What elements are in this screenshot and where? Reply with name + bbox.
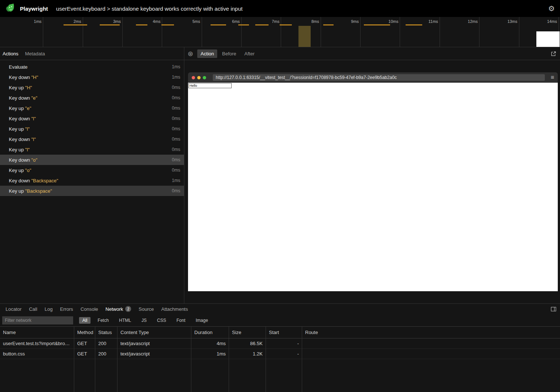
action-key: "l" xyxy=(31,137,36,142)
action-duration: 0ms xyxy=(172,126,180,131)
action-title: Key up "Backspace" xyxy=(9,188,52,194)
network-cell[interactable]: 200 xyxy=(95,349,117,359)
network-filter-bar: AllFetchHTMLJSCSSFontImage xyxy=(0,314,560,327)
filter-chip-html[interactable]: HTML xyxy=(116,317,134,324)
timeline-column: 12ms xyxy=(440,17,479,47)
settings-icon[interactable]: ⚙ xyxy=(548,5,555,12)
tab-log[interactable]: Log xyxy=(42,305,56,313)
network-cell[interactable]: GET xyxy=(74,338,95,349)
network-filler-cell xyxy=(0,359,74,392)
network-cell[interactable]: 1ms xyxy=(191,349,229,359)
network-cell[interactable]: - xyxy=(266,338,302,349)
network-cell[interactable]: - xyxy=(266,349,302,359)
action-list-item[interactable]: Key up "H"0ms xyxy=(0,82,184,93)
app-title: Playwright xyxy=(20,6,48,12)
timeline-column: 6ms xyxy=(202,17,242,47)
action-list-item[interactable]: Key up "e"0ms xyxy=(0,103,184,113)
timeline-selected-range[interactable] xyxy=(298,26,311,47)
action-duration: 1ms xyxy=(172,178,180,183)
filter-chip-css[interactable]: CSS xyxy=(154,317,170,324)
filter-chip-image[interactable]: Image xyxy=(192,317,211,324)
action-list-item[interactable]: Key down "o"0ms xyxy=(0,155,184,165)
network-column-header: Duration xyxy=(191,327,229,338)
action-list-item[interactable]: Key down "H"1ms xyxy=(0,72,184,82)
timeline-label: 3ms xyxy=(113,19,121,24)
network-cell[interactable]: text/javascript xyxy=(117,349,191,359)
tab-console[interactable]: Console xyxy=(78,305,101,313)
action-key: "H" xyxy=(31,75,38,80)
network-cell[interactable]: 200 xyxy=(95,338,117,349)
action-title: Key up "e" xyxy=(9,106,31,111)
traffic-light-yellow-icon xyxy=(197,76,201,79)
trace-viewer: Playwright userEvent.keyboard > standalo… xyxy=(0,0,560,392)
layout-columns-icon[interactable] xyxy=(551,306,556,312)
timeline-column: 10ms xyxy=(361,17,400,47)
tab-network[interactable]: Network2 xyxy=(103,305,134,313)
action-list-item[interactable]: Key down "l"0ms xyxy=(0,113,184,124)
action-list-item[interactable]: Key down "Backspace"1ms xyxy=(0,175,184,186)
action-title: Key down "l" xyxy=(9,137,36,142)
open-snapshot-in-new-tab-icon[interactable] xyxy=(551,51,556,56)
network-column-header: Size xyxy=(229,327,266,338)
action-list-item[interactable]: Key up "l"0ms xyxy=(0,144,184,155)
tab-action[interactable]: Action xyxy=(197,49,217,58)
page-text-input[interactable] xyxy=(188,83,232,88)
network-table: NameMethodStatusContent TypeDurationSize… xyxy=(0,327,560,392)
action-list-item[interactable]: Key up "l"0ms xyxy=(0,124,184,134)
timeline-action-tick xyxy=(255,24,269,25)
filter-chip-fetch[interactable]: Fetch xyxy=(94,317,112,324)
timeline-action-tick xyxy=(161,24,174,25)
action-list-item[interactable]: Key up "Backspace"0ms xyxy=(0,186,184,196)
tab-attachments[interactable]: Attachments xyxy=(158,305,191,313)
tab-after[interactable]: After xyxy=(241,49,258,58)
timeline-action-tick xyxy=(238,24,249,25)
network-cell[interactable] xyxy=(302,338,560,349)
tab-actions[interactable]: Actions xyxy=(3,51,18,56)
action-list-item[interactable]: Key down "l"0ms xyxy=(0,134,184,144)
timeline-label: 1ms xyxy=(34,19,42,24)
tab-locator[interactable]: Locator xyxy=(3,305,24,313)
filmstrip-thumbnail[interactable] xyxy=(536,31,560,47)
action-list-item[interactable]: Key down "e"0ms xyxy=(0,93,184,103)
timeline-action-tick xyxy=(364,24,390,25)
timeline-label: 10ms xyxy=(389,19,399,24)
timeline-action-tick xyxy=(323,24,334,25)
network-cell[interactable]: GET xyxy=(74,349,95,359)
timeline-action-tick xyxy=(100,24,120,25)
timeline[interactable]: 1ms2ms3ms4ms5ms6ms7ms8ms9ms10ms11ms12ms1… xyxy=(0,17,560,47)
network-cell[interactable]: text/javascript xyxy=(117,338,191,349)
filter-chip-font[interactable]: Font xyxy=(173,317,189,324)
action-list-item[interactable]: Evaluate1ms xyxy=(0,62,184,72)
tab-errors[interactable]: Errors xyxy=(57,305,76,313)
timeline-label: 7ms xyxy=(272,19,280,24)
tab-before[interactable]: Before xyxy=(219,49,239,58)
timeline-label: 12ms xyxy=(468,19,478,24)
action-list-item[interactable]: Key up "o"0ms xyxy=(0,165,184,175)
tab-call[interactable]: Call xyxy=(26,305,40,313)
network-cell[interactable]: 4ms xyxy=(191,338,229,349)
test-case-title: userEvent.keyboard > standalone keyboard… xyxy=(56,6,243,12)
timeline-column: 5ms xyxy=(162,17,202,47)
timeline-label: 8ms xyxy=(311,19,319,24)
tab-metadata[interactable]: Metadata xyxy=(25,51,45,56)
network-filter-input[interactable] xyxy=(2,316,73,324)
timeline-label: 6ms xyxy=(232,19,240,24)
timeline-column: 7ms xyxy=(242,17,281,47)
filter-chip-js[interactable]: JS xyxy=(138,317,150,324)
network-cell[interactable]: 1.2K xyxy=(229,349,266,359)
network-filler-cell xyxy=(266,359,302,392)
network-filler-cell xyxy=(229,359,266,392)
network-cell[interactable] xyxy=(302,349,560,359)
action-list: Evaluate1msKey down "H"1msKey up "H"0msK… xyxy=(0,60,184,303)
network-type-filters: AllFetchHTMLJSCSSFontImage xyxy=(79,317,211,324)
tab-source[interactable]: Source xyxy=(136,305,157,313)
filter-chip-all[interactable]: All xyxy=(79,317,91,324)
network-cell[interactable]: 86.5K xyxy=(229,338,266,349)
action-title: Key down "e" xyxy=(9,95,37,101)
action-title: Key up "l" xyxy=(9,147,30,152)
pick-locator-icon[interactable]: ◎ xyxy=(188,50,193,57)
action-key: "e" xyxy=(25,106,31,111)
network-cell[interactable]: userEvent.test.ts?import&bro… xyxy=(0,338,74,349)
network-cell[interactable]: button.css xyxy=(0,349,74,359)
timeline-column: 4ms xyxy=(123,17,162,47)
